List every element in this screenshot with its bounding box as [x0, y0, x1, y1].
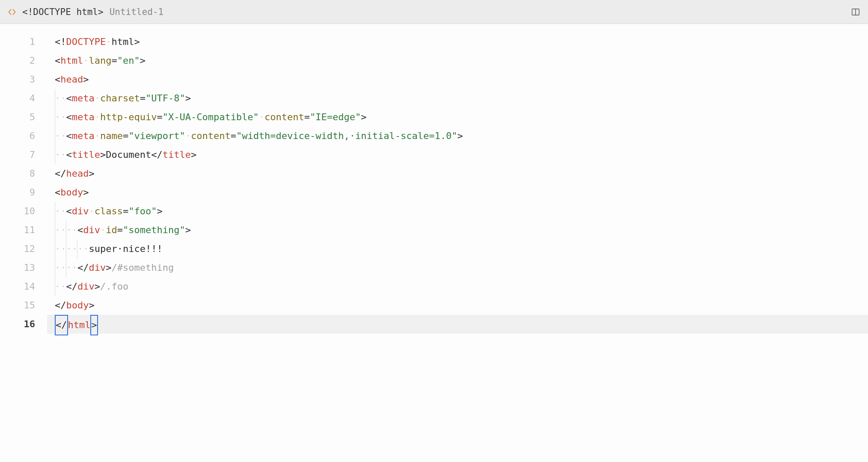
tag-name: div: [89, 262, 106, 273]
tag-name: body: [60, 187, 83, 198]
tag-name: head: [60, 74, 83, 85]
tag-name: html: [60, 55, 83, 66]
code-line[interactable]: </html>: [47, 315, 868, 334]
angle-bracket: >: [83, 187, 89, 198]
active-tab[interactable]: <!DOCTYPE html> Untitled-1: [8, 7, 163, 17]
code-line[interactable]: ··<meta·charset="UTF-8">: [47, 89, 868, 108]
indent-guide: [55, 145, 55, 164]
whitespace-dot: ·: [185, 130, 191, 141]
angle-bracket: >: [157, 206, 162, 216]
closing-label: /.foo: [100, 281, 128, 292]
code-line[interactable]: ··</div>/.foo: [47, 277, 868, 296]
whitespace-dot: ·: [89, 206, 95, 216]
code-line[interactable]: ··<meta·name="viewport"·content="width=d…: [47, 127, 868, 145]
line-number: 11: [0, 221, 35, 240]
angle-bracket: </: [55, 300, 66, 311]
tag-name: div: [83, 225, 100, 235]
angle-bracket: >: [191, 149, 196, 160]
tag-name: title: [72, 149, 100, 160]
angle-bracket: >: [89, 168, 94, 179]
angle-bracket: <: [55, 74, 60, 85]
text-content: super·nice!!!: [89, 243, 162, 254]
attribute-value: "UTF-8": [146, 93, 185, 104]
equals: =: [157, 112, 162, 122]
indent-guide: [55, 221, 55, 240]
equals: =: [140, 93, 146, 104]
indent-guide: [55, 258, 55, 277]
whitespace-dot: ·: [95, 112, 100, 122]
whitespace-dot: ······: [55, 243, 89, 254]
attribute-value: "foo": [128, 206, 157, 216]
text-content: Document: [106, 149, 151, 160]
attribute-name: name: [100, 130, 123, 141]
tag-name: meta: [72, 112, 95, 122]
indent-guide: [55, 89, 55, 108]
tab-filename: Untitled-1: [110, 7, 163, 17]
attribute-name: class: [95, 206, 123, 216]
angle-bracket: >: [457, 130, 463, 141]
line-number: 16: [0, 315, 35, 334]
line-number: 7: [0, 145, 35, 164]
whitespace-dot: ··: [55, 112, 66, 122]
indent-guide: [77, 240, 77, 258]
angle-bracket: >: [134, 36, 140, 47]
bracket-match-open: </: [55, 315, 68, 335]
angle-bracket: </: [77, 262, 89, 273]
angle-bracket: <: [77, 225, 83, 235]
angle-bracket: </: [66, 281, 78, 292]
line-number: 9: [0, 183, 35, 202]
tag-name: body: [66, 300, 89, 311]
indent-guide: [66, 221, 66, 240]
tab-doctype-label: <!DOCTYPE html>: [22, 7, 104, 17]
attribute-name: charset: [100, 93, 140, 104]
angle-bracket: <: [66, 93, 72, 104]
code-line[interactable]: <head>: [47, 70, 868, 89]
angle-bracket: </: [151, 149, 163, 160]
tag-name: meta: [72, 93, 95, 104]
code-line[interactable]: </head>: [47, 164, 868, 183]
code-line[interactable]: ··<div·class="foo">: [47, 202, 868, 221]
whitespace-dot: ·: [95, 130, 100, 141]
equals: =: [123, 130, 128, 141]
line-number: 5: [0, 108, 35, 127]
tag-name: meta: [72, 130, 95, 141]
angle-bracket: >: [185, 225, 191, 235]
split-editor-icon[interactable]: [851, 7, 860, 17]
code-line[interactable]: ······super·nice!!!: [47, 240, 868, 258]
closing-label: /#something: [111, 262, 174, 273]
line-number: 6: [0, 127, 35, 145]
tab-bar: <!DOCTYPE html> Untitled-1: [0, 0, 868, 24]
line-number: 4: [0, 89, 35, 108]
attribute-value: "something": [123, 225, 185, 235]
angle-bracket: >: [89, 300, 94, 311]
editor-area[interactable]: 1 2 3 4 5 6 7 8 9 10 11 12 13 14 15 16 <…: [0, 24, 868, 334]
whitespace-dot: ··: [55, 149, 66, 160]
angle-bracket: >: [106, 262, 111, 273]
code-line[interactable]: <!DOCTYPE·html>: [47, 33, 868, 51]
line-number: 3: [0, 70, 35, 89]
line-number: 13: [0, 258, 35, 277]
angle-bracket: <: [66, 130, 72, 141]
code-line[interactable]: ····<div·id="something">: [47, 221, 868, 240]
indent-guide: [55, 202, 55, 221]
angle-bracket: >: [100, 149, 106, 160]
code-line[interactable]: <html·lang="en">: [47, 51, 868, 70]
line-number: 14: [0, 277, 35, 296]
code-line[interactable]: <body>: [47, 183, 868, 202]
doctype-keyword: DOCTYPE: [66, 36, 106, 47]
code-line[interactable]: ····</div>/#something: [47, 258, 868, 277]
code-content[interactable]: <!DOCTYPE·html> <html·lang="en"> <head> …: [47, 33, 868, 334]
whitespace-dot: ··: [55, 93, 66, 104]
line-number: 1: [0, 33, 35, 51]
code-file-icon: [8, 8, 16, 16]
equals: =: [304, 112, 310, 122]
indent-guide: [66, 258, 66, 277]
equals: =: [123, 206, 128, 216]
attribute-value: "X-UA-Compatible": [163, 112, 259, 122]
angle-bracket: >: [95, 281, 100, 292]
angle-bracket: <: [66, 206, 72, 216]
code-line[interactable]: ··<meta·http-equiv="X-UA-Compatible"·con…: [47, 108, 868, 127]
code-line[interactable]: ··<title>Document</title>: [47, 145, 868, 164]
code-line[interactable]: </body>: [47, 296, 868, 315]
angle-bracket: <: [55, 187, 60, 198]
